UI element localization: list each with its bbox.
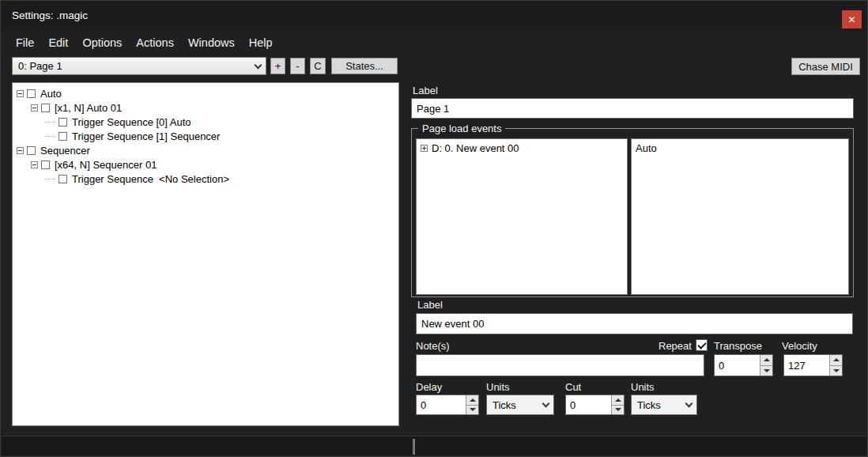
menu-help[interactable]: Help <box>242 32 280 53</box>
spinner-buttons <box>466 395 478 414</box>
transpose-input[interactable] <box>715 355 760 376</box>
event-targets-list[interactable]: Auto <box>631 138 849 295</box>
notes-input[interactable] <box>416 354 704 376</box>
spin-down-icon[interactable] <box>612 405 624 415</box>
spinner-buttons <box>611 395 624 414</box>
collapse-icon[interactable] <box>17 90 24 97</box>
delay-spinner[interactable] <box>416 395 479 415</box>
menu-options[interactable]: Options <box>75 32 129 53</box>
cut-caption: Cut <box>565 381 581 394</box>
statusbar <box>2 436 866 455</box>
spin-up-icon[interactable] <box>612 395 624 405</box>
repeat-caption: Repeat <box>659 340 692 353</box>
tree-item-label: Trigger Sequence [1] Sequencer <box>72 130 220 142</box>
page-select-value: 0: Page 1 <box>13 60 250 72</box>
delay-input[interactable] <box>417 395 466 414</box>
spin-down-icon[interactable] <box>760 365 772 376</box>
velocity-spinner[interactable] <box>783 354 843 376</box>
event-label-caption: Label <box>417 299 443 312</box>
close-button[interactable]: ✕ <box>842 10 862 28</box>
velocity-caption: Velocity <box>782 340 817 353</box>
tree-item-trigger-0[interactable]: Trigger Sequence [0] Auto <box>13 115 398 129</box>
cut-spinner[interactable] <box>565 395 625 415</box>
cut-units-caption: Units <box>631 381 655 394</box>
event-item-label: D: 0. New event 00 <box>432 142 519 154</box>
add-page-label: + <box>275 61 281 71</box>
page-label-input[interactable] <box>411 98 854 119</box>
cut-units-select[interactable]: Ticks <box>631 395 697 415</box>
spin-up-icon[interactable] <box>830 355 842 365</box>
tree-connector <box>45 122 55 123</box>
checkbox[interactable] <box>41 161 50 169</box>
event-list-item[interactable]: D: 0. New event 00 <box>417 142 627 155</box>
collapse-icon[interactable] <box>17 147 24 154</box>
target-item-label: Auto <box>636 142 657 154</box>
event-label-input[interactable] <box>416 313 853 334</box>
tree-item-auto-01[interactable]: [x1, N] Auto 01 <box>13 100 398 115</box>
menu-file[interactable]: File <box>9 32 41 53</box>
menubar: File Edit Options Actions Windows Help <box>9 32 280 53</box>
collapse-icon[interactable] <box>31 104 38 111</box>
events-list[interactable]: D: 0. New event 00 <box>416 138 628 295</box>
spin-up-icon[interactable] <box>760 355 772 365</box>
spinner-buttons <box>829 355 842 376</box>
target-list-item[interactable]: Auto <box>632 142 848 155</box>
checkbox[interactable] <box>27 146 36 155</box>
chevron-down-icon <box>681 403 696 406</box>
pages-tree[interactable]: Auto [x1, N] Auto 01 Trigger Sequence [0… <box>12 82 399 426</box>
menu-edit[interactable]: Edit <box>41 32 75 53</box>
chase-midi-button[interactable]: Chase MIDI <box>791 58 860 75</box>
add-page-button[interactable]: + <box>270 58 285 74</box>
spin-up-icon[interactable] <box>466 395 478 405</box>
spin-down-icon[interactable] <box>466 405 478 415</box>
checkbox[interactable] <box>58 175 67 183</box>
repeat-checkbox[interactable] <box>696 339 708 351</box>
states-button[interactable]: States... <box>331 58 398 74</box>
notes-caption: Note(s) <box>416 340 450 353</box>
clone-page-label: C <box>314 61 321 71</box>
delay-units-value: Ticks <box>487 399 538 411</box>
close-icon: ✕ <box>847 14 855 25</box>
chevron-down-icon <box>250 65 266 68</box>
transpose-caption: Transpose <box>714 340 762 353</box>
delay-units-select[interactable]: Ticks <box>486 395 554 415</box>
menu-windows[interactable]: Windows <box>181 32 242 53</box>
transpose-spinner[interactable] <box>714 354 773 376</box>
cut-units-value: Ticks <box>632 399 681 411</box>
splitter-handle[interactable] <box>413 439 415 455</box>
tree-item-trigger-noselection[interactable]: Trigger Sequence <No Selection> <box>13 172 398 186</box>
clone-page-button[interactable]: C <box>310 58 326 74</box>
chevron-down-icon <box>538 403 553 406</box>
tree-item-label: Auto <box>40 88 62 100</box>
chase-midi-label: Chase MIDI <box>798 62 853 72</box>
spinner-buttons <box>760 355 772 376</box>
collapse-icon[interactable] <box>31 161 38 168</box>
titlebar[interactable]: Settings: .magic ✕ <box>1 1 867 31</box>
remove-page-button[interactable]: - <box>290 58 305 74</box>
page-select[interactable]: 0: Page 1 <box>12 57 266 75</box>
checkbox[interactable] <box>58 132 67 141</box>
tree-connector <box>45 179 55 179</box>
checkbox[interactable] <box>58 118 67 127</box>
tree-item-trigger-1[interactable]: Trigger Sequence [1] Sequencer <box>13 129 398 143</box>
cut-input[interactable] <box>566 395 611 414</box>
checkbox[interactable] <box>41 104 50 112</box>
checkbox[interactable] <box>27 89 36 98</box>
window-title: Settings: .magic <box>12 1 88 31</box>
settings-window: Settings: .magic ✕ File Edit Options Act… <box>0 0 868 457</box>
states-label: States... <box>345 61 383 71</box>
group-caption: Page load events <box>418 123 505 135</box>
expand-icon[interactable] <box>421 145 428 152</box>
velocity-input[interactable] <box>784 355 829 376</box>
tree-item-label: Trigger Sequence <No Selection> <box>72 173 229 185</box>
tree-item-auto[interactable]: Auto <box>13 86 398 100</box>
menu-actions[interactable]: Actions <box>129 32 181 53</box>
tree-item-sequencer[interactable]: Sequencer <box>13 143 398 157</box>
tree-item-sequencer-01[interactable]: [x64, N] Sequencer 01 <box>13 157 398 172</box>
page-label-caption: Label <box>413 85 438 97</box>
delay-caption: Delay <box>416 381 442 394</box>
spin-down-icon[interactable] <box>830 365 842 376</box>
tree-item-label: [x1, N] Auto 01 <box>55 102 122 114</box>
tree-connector <box>45 136 55 137</box>
tree-item-label: Trigger Sequence [0] Auto <box>72 116 191 128</box>
